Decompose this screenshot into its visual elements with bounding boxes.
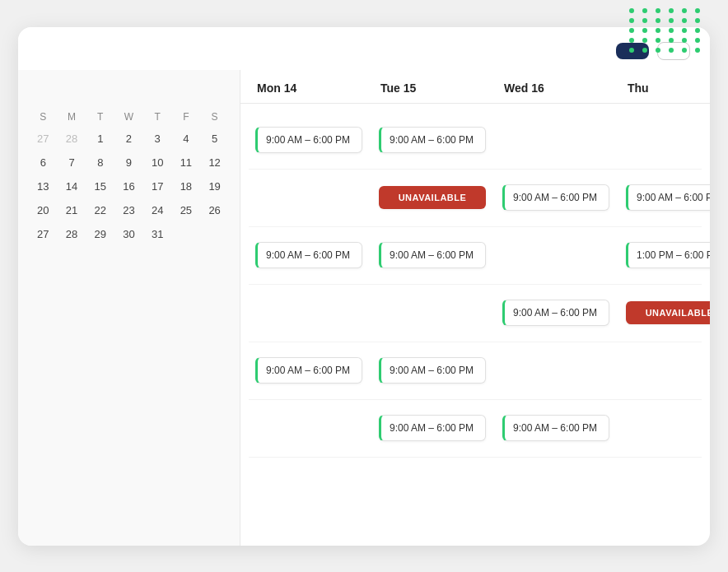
schedule-cell: 9:00 AM – 6:00 PM [372, 123, 496, 156]
cal-weekday: S [201, 108, 228, 126]
cal-day[interactable]: 1 [86, 128, 114, 150]
cal-day[interactable]: 31 [144, 223, 171, 245]
day-header: Mon 14 [249, 70, 372, 103]
shift-pill[interactable]: 9:00 AM – 6:00 PM [255, 127, 362, 153]
cal-day[interactable]: 30 [115, 223, 142, 245]
decorative-dots [629, 8, 703, 53]
schedule-header: Mon 14Tue 15Wed 16Thu [240, 70, 710, 104]
cal-day[interactable] [201, 223, 228, 245]
shift-pill[interactable]: 9:00 AM – 6:00 PM [255, 357, 362, 384]
schedule-cell: 9:00 AM – 6:00 PM [249, 239, 372, 272]
day-header: Wed 16 [496, 70, 619, 103]
main-container: SMTWTFS 27281234567891011121314151617181… [18, 27, 710, 546]
cal-day[interactable]: 9 [115, 151, 142, 174]
cal-day[interactable]: 27 [30, 128, 57, 150]
sidebar: SMTWTFS 27281234567891011121314151617181… [18, 70, 240, 546]
shift-pill[interactable]: 9:00 AM – 6:00 PM [502, 300, 609, 326]
schedule-cell [619, 367, 710, 374]
cal-day[interactable]: 2 [115, 128, 142, 150]
cal-day[interactable]: 14 [58, 175, 86, 198]
unavailable-pill: UNAVAILABLE [379, 186, 486, 209]
schedule-cell: 9:00 AM – 6:00 PM [249, 354, 372, 387]
cal-day[interactable]: 12 [201, 151, 228, 174]
schedule-cell [249, 425, 372, 431]
unavailable-pill: UNAVAILABLE [626, 301, 710, 324]
cal-day[interactable]: 16 [115, 175, 142, 198]
cal-day[interactable]: 5 [201, 128, 228, 150]
schedule-cell: 9:00 AM – 6:00 PM [372, 412, 496, 444]
calendar-header [28, 95, 230, 98]
shift-pill[interactable]: 9:00 AM – 6:00 PM [502, 415, 609, 441]
cal-day[interactable]: 17 [144, 175, 171, 198]
cal-day[interactable]: 23 [115, 199, 142, 221]
schedule-row: 9:00 AM – 6:00 PM9:00 AM – 6:00 PM [249, 400, 702, 458]
shift-pill[interactable]: 1:00 PM – 6:00 PM [626, 242, 710, 268]
cal-day[interactable]: 28 [58, 223, 86, 245]
schedule-cell: 9:00 AM – 6:00 PM [496, 412, 619, 444]
cal-day[interactable]: 25 [173, 199, 200, 221]
shift-pill[interactable]: 9:00 AM – 6:00 PM [379, 415, 486, 441]
schedule-cell [249, 309, 372, 316]
cal-day[interactable]: 24 [144, 199, 171, 221]
schedule-rows: 9:00 AM – 6:00 PM9:00 AM – 6:00 PMUNAVAI… [249, 112, 702, 458]
content-area: SMTWTFS 27281234567891011121314151617181… [18, 70, 710, 546]
cal-day[interactable]: 20 [30, 199, 57, 221]
schedule-row: UNAVAILABLE9:00 AM – 6:00 PM9:00 AM – 6:… [249, 170, 702, 227]
next-month-button[interactable] [217, 95, 226, 98]
cal-weekday: T [86, 108, 114, 126]
prev-month-button[interactable] [31, 95, 41, 98]
cal-weekday: M [58, 108, 86, 126]
schedule-cell: 9:00 AM – 6:00 PM [496, 296, 619, 329]
schedule-cell: 1:00 PM – 6:00 PM [619, 239, 710, 272]
shift-pill[interactable]: 9:00 AM – 6:00 PM [379, 242, 486, 268]
cal-day[interactable]: 10 [144, 151, 171, 174]
schedule-cell [249, 194, 372, 201]
cal-weekday: F [173, 108, 200, 126]
shift-pill[interactable]: 9:00 AM – 6:00 PM [626, 184, 710, 211]
cal-day[interactable]: 6 [30, 151, 57, 174]
cal-day[interactable]: 21 [58, 199, 86, 221]
cal-day[interactable]: 7 [58, 151, 86, 174]
schedule-cell [496, 137, 619, 143]
schedule-row: 9:00 AM – 6:00 PM9:00 AM – 6:00 PM1:00 P… [249, 227, 702, 285]
shift-pill[interactable]: 9:00 AM – 6:00 PM [379, 127, 486, 153]
schedule-row: 9:00 AM – 6:00 PMUNAVAILABLE [249, 285, 702, 342]
schedule-cell: 9:00 AM – 6:00 PM [249, 123, 372, 156]
schedule-cell [496, 252, 619, 258]
cal-day[interactable]: 26 [201, 199, 228, 221]
cal-day[interactable]: 19 [201, 175, 228, 198]
schedule-area: Mon 14Tue 15Wed 16Thu 9:00 AM – 6:00 PM9… [240, 70, 710, 546]
schedule-cell [619, 137, 710, 143]
cal-day[interactable]: 4 [173, 128, 200, 150]
cal-day[interactable]: 28 [58, 128, 86, 150]
schedule-cell: 9:00 AM – 6:00 PM [496, 181, 619, 214]
cal-day[interactable]: 8 [86, 151, 114, 174]
schedule-cell: UNAVAILABLE [619, 298, 710, 328]
cal-day[interactable]: 11 [173, 151, 200, 174]
cal-day[interactable]: 13 [30, 175, 57, 198]
cal-weekday: T [144, 108, 171, 126]
cal-day[interactable] [173, 223, 200, 245]
cal-weekday: S [30, 108, 57, 126]
cal-day[interactable]: 18 [173, 175, 200, 198]
day-header: Thu [619, 70, 710, 103]
schedule-row: 9:00 AM – 6:00 PM9:00 AM – 6:00 PM [249, 112, 702, 170]
cal-day[interactable]: 22 [86, 199, 114, 221]
cal-day[interactable]: 15 [86, 175, 114, 198]
schedule-cell [372, 309, 496, 316]
cal-day[interactable]: 3 [144, 128, 171, 150]
schedule-cell [619, 425, 710, 431]
shift-pill[interactable]: 9:00 AM – 6:00 PM [502, 184, 609, 211]
cal-weekday: W [115, 108, 142, 126]
shift-pill[interactable]: 9:00 AM – 6:00 PM [379, 357, 486, 384]
schedule-cell: 9:00 AM – 6:00 PM [372, 354, 496, 387]
schedule-cell: 9:00 AM – 6:00 PM [372, 239, 496, 272]
calendar-grid: SMTWTFS 27281234567891011121314151617181… [28, 106, 230, 247]
schedule-cell: 9:00 AM – 6:00 PM [619, 181, 710, 214]
shift-pill[interactable]: 9:00 AM – 6:00 PM [255, 242, 362, 268]
cal-day[interactable]: 27 [30, 223, 57, 245]
cal-day[interactable]: 29 [86, 223, 114, 245]
schedule-row: 9:00 AM – 6:00 PM9:00 AM – 6:00 PM [249, 342, 702, 400]
schedule-cell [496, 367, 619, 374]
day-header: Tue 15 [372, 70, 496, 103]
